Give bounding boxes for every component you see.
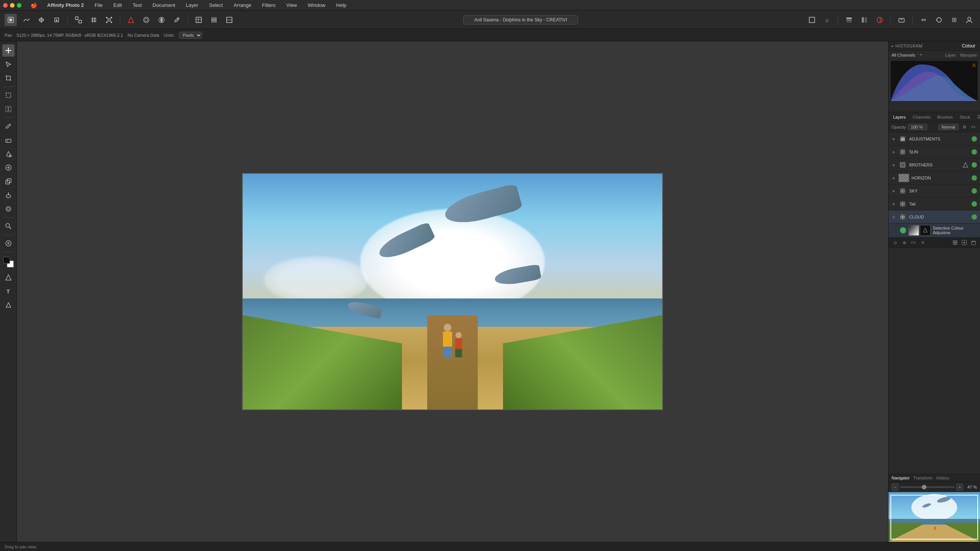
layer-expand-tail[interactable]: ▶ (892, 202, 896, 206)
layer-vis-sky[interactable] (972, 188, 977, 194)
adj-fx-btn[interactable]: FX (910, 239, 917, 246)
layer-item-sun[interactable]: ▶ SUN (889, 145, 980, 158)
swatches-button[interactable] (155, 14, 168, 26)
move-tool[interactable] (2, 58, 15, 70)
scroll-bars-button[interactable]: ⇔ (917, 14, 929, 26)
color-sampler-tool[interactable] (2, 237, 15, 249)
menu-help[interactable]: Help (334, 2, 349, 9)
history-button[interactable] (933, 14, 945, 26)
brush-tool[interactable] (2, 120, 15, 132)
adj-delete-btn[interactable] (970, 239, 977, 246)
adj-circle-btn[interactable]: ⊙ (892, 239, 898, 246)
app-name[interactable]: Affinity Photo 2 (45, 2, 86, 9)
layer-fx-button[interactable]: FX (970, 124, 977, 130)
blend-mode-select[interactable]: Normal (938, 124, 959, 130)
fill-tool[interactable] (2, 148, 15, 160)
layers-tab[interactable]: Layers (892, 114, 907, 120)
layer-vis-sun[interactable] (972, 149, 977, 155)
layer-item-cloud[interactable]: ▶ CLOUD (889, 210, 980, 223)
menu-edit[interactable]: Edit (111, 2, 124, 9)
blur-tool[interactable] (2, 203, 15, 215)
histogram-marquee-tab[interactable]: Marquee (960, 53, 977, 57)
brush-style-button[interactable] (140, 14, 152, 26)
channels-tab[interactable]: Channels (911, 114, 932, 120)
persona-export-button[interactable] (51, 14, 63, 26)
layer-vis-tail[interactable] (972, 201, 977, 207)
close-button[interactable] (3, 3, 8, 8)
frame2-button[interactable] (208, 14, 220, 26)
layer-item-sky[interactable]: ▶ SKY (889, 184, 980, 197)
expand-button[interactable]: ⊞ (948, 14, 960, 26)
layers-menu-btn[interactable]: ☰ (975, 114, 980, 120)
clone-tool[interactable] (2, 175, 15, 187)
histogram-all-channels[interactable]: All Channels (892, 53, 915, 57)
opacity-value[interactable]: 100 % (908, 124, 927, 130)
split-view-button[interactable] (858, 14, 871, 26)
layer-item-horizon[interactable]: ▶ HORIZON (889, 171, 980, 184)
minimize-button[interactable] (10, 3, 15, 8)
color-tool-button[interactable] (125, 14, 137, 26)
menu-arrange[interactable]: Arrange (231, 2, 253, 9)
layer-vis-brothers[interactable] (972, 162, 977, 168)
layer-vis-horizon[interactable] (972, 175, 977, 181)
persona-develop-button[interactable] (35, 14, 47, 26)
pan-tool[interactable] (2, 44, 15, 57)
layer-item-adjustments[interactable]: ▶ ADJUSTMENTS (889, 132, 980, 145)
history-tab[interactable]: History (936, 476, 949, 480)
maximize-button[interactable] (17, 3, 21, 8)
color-swatch[interactable] (2, 256, 15, 268)
healing-tool[interactable] (2, 161, 15, 174)
menu-text[interactable]: Text (130, 2, 144, 9)
zoom-in-button[interactable]: + (956, 484, 963, 491)
channels-view-button[interactable] (843, 14, 855, 26)
eyedropper-button[interactable] (171, 14, 183, 26)
layer-item-brothers[interactable]: ▶ BROTHERS (889, 158, 980, 171)
layer-expand-horizon[interactable]: ▶ (892, 176, 896, 180)
zoom-slider-handle[interactable] (922, 485, 926, 489)
macro-button[interactable] (895, 14, 908, 26)
layer-vis-cloud[interactable] (972, 214, 977, 220)
layer-settings-button[interactable]: ⚙ (961, 124, 968, 130)
frame1-button[interactable] (193, 14, 205, 26)
adj-layers-btn[interactable] (952, 239, 959, 246)
navigator-preview[interactable] (889, 492, 980, 542)
menu-select[interactable]: Select (207, 2, 225, 9)
erase-tool[interactable] (2, 134, 15, 146)
layer-adjustment-row[interactable]: Selective Colour Adjustme (889, 223, 980, 238)
histogram-layer-tab[interactable]: Layer (945, 53, 956, 57)
persona-liquify-button[interactable] (20, 14, 32, 26)
adj-x-btn[interactable]: ✕ (919, 239, 926, 246)
snapping-button[interactable] (72, 14, 85, 26)
selection-tool[interactable] (2, 89, 15, 101)
color-picker-button[interactable] (874, 14, 886, 26)
menu-layer[interactable]: Layer (184, 2, 201, 9)
vector-tool[interactable] (2, 271, 15, 284)
adj-cross-btn[interactable]: ⊗ (901, 239, 908, 246)
menu-view[interactable]: View (284, 2, 299, 9)
crop-tool[interactable] (2, 72, 15, 84)
grid-button[interactable] (88, 14, 100, 26)
paint-selection-tool[interactable] (2, 103, 15, 115)
navigator-tab[interactable]: Navigator (892, 476, 910, 480)
menu-document[interactable]: Document (150, 2, 177, 9)
text-tool[interactable]: T (2, 285, 15, 297)
histogram-tab-colour[interactable]: Colour (960, 42, 977, 49)
stock-tab[interactable]: Stock (958, 114, 972, 120)
menu-filters[interactable]: Filters (260, 2, 278, 9)
zoom-tool[interactable] (2, 220, 15, 232)
layer-item-tail[interactable]: ▶ Tail (889, 197, 980, 210)
menu-window[interactable]: Window (305, 2, 328, 9)
zoom-out-button[interactable]: − (892, 484, 898, 491)
transform-button[interactable] (103, 14, 115, 26)
brushes-tab[interactable]: Brushes (936, 114, 954, 120)
frame3-button[interactable] (223, 14, 235, 26)
shapes-tool[interactable] (2, 299, 15, 311)
view-mode-button[interactable] (806, 14, 818, 26)
adj-add-btn[interactable] (961, 239, 968, 246)
layer-expand-sun[interactable]: ▶ (892, 150, 896, 154)
zoom-slider[interactable] (900, 486, 955, 488)
layer-expand-sky[interactable]: ▶ (892, 189, 896, 193)
layer-expand-cloud[interactable]: ▶ (892, 215, 896, 219)
transform-tab[interactable]: Transform (913, 476, 933, 480)
menu-file[interactable]: File (92, 2, 105, 9)
